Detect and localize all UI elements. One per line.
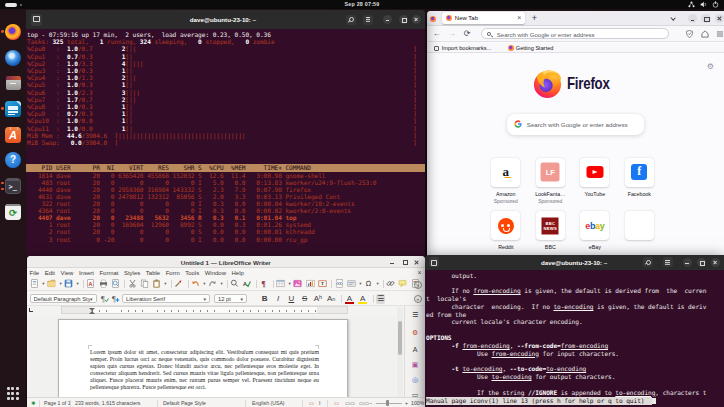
menu-file[interactable]: File [30, 270, 40, 276]
reload-icon[interactable]: ⟳ [464, 30, 471, 38]
minimize-button[interactable] [389, 259, 396, 266]
insert-table-icon[interactable] [276, 279, 285, 288]
menu-table[interactable]: Table [146, 270, 160, 276]
firefox-view-icon[interactable] [430, 16, 436, 22]
terminal-bottom-body[interactable]: output. If no from-encoding is given, th… [425, 270, 724, 407]
save-icon[interactable] [64, 279, 73, 288]
menu-form[interactable]: Form [166, 270, 180, 276]
special-character-icon-dropdown[interactable]: ▾ [376, 279, 380, 288]
zoom-level[interactable]: 100% [411, 400, 424, 406]
tile-ebay[interactable]: ebay [580, 211, 609, 240]
menu-tools[interactable]: Tools [185, 270, 199, 276]
view-book-icon[interactable]: ▭▭ [359, 400, 369, 406]
forward-icon[interactable]: → [448, 30, 456, 38]
clock[interactable]: Sep 28 07:59 [0, 1, 724, 7]
dock-item-firefox[interactable] [0, 23, 26, 40]
terminal-bottom-titlebar[interactable]: dave@ubuntu-23-10: ~ [425, 255, 724, 271]
tab-new-tab[interactable]: New Tab × [442, 12, 525, 24]
sidebar-navigator-icon[interactable]: ◎ [411, 375, 420, 384]
dock-writer-icon[interactable] [5, 101, 21, 117]
terminal-top-body[interactable]: top - 07:59:16 up 17 min, 2 users, load … [21, 29, 425, 258]
save-icon-dropdown[interactable]: ▾ [77, 279, 81, 288]
formatting-marks-icon[interactable]: ¶ [259, 279, 268, 288]
save-status-icon[interactable]: ✱ [31, 400, 35, 406]
redo-icon[interactable] [208, 279, 217, 288]
insert-image-icon[interactable] [293, 279, 302, 288]
dock-updater-icon[interactable]: ⟳ [5, 204, 21, 220]
tile-reddit[interactable] [491, 211, 520, 240]
maximize-button[interactable] [701, 14, 711, 24]
list-tabs-chevron-icon[interactable] [671, 16, 676, 21]
indent-marker-icon[interactable] [89, 308, 95, 311]
zoom-plus[interactable]: + [405, 400, 408, 406]
menu-insert[interactable]: Insert [79, 270, 94, 276]
dock-files-icon[interactable] [5, 75, 21, 91]
dock-item-files[interactable] [0, 75, 26, 92]
tile-youtube[interactable] [580, 158, 609, 187]
special-character-icon[interactable]: Ω [364, 279, 373, 288]
document-area[interactable]: Lorem ipsum dolor sit amet, consectetur … [27, 315, 396, 397]
getting-started-bookmark[interactable]: Getting Started [516, 45, 554, 51]
close-button[interactable] [715, 14, 724, 24]
dock-item-help[interactable]: ? [0, 152, 26, 169]
search-icon[interactable] [346, 15, 356, 25]
status-words[interactable]: 233 words, 1,615 characters [75, 400, 140, 406]
import-bookmarks-item[interactable]: Import bookmarks... [442, 45, 491, 51]
print-icon[interactable] [99, 279, 108, 288]
tab-close-icon[interactable]: × [517, 15, 521, 21]
paste-icon-dropdown[interactable]: ▾ [164, 279, 168, 288]
clone-formatting-icon[interactable] [174, 279, 183, 288]
update-style-icon[interactable]: ¶ [100, 294, 109, 303]
dock-help-icon[interactable]: ? [5, 152, 21, 168]
newtab-search-bar[interactable]: Search with Google or enter address [507, 114, 644, 135]
comment-icon[interactable] [398, 279, 407, 288]
close-button[interactable] [412, 15, 421, 24]
copy-icon[interactable] [140, 279, 149, 288]
underline-icon[interactable]: U [287, 294, 297, 304]
paragraph-style-combo[interactable]: Default Paragraph Sty ▼ [30, 294, 97, 304]
open-icon-dropdown[interactable]: ▾ [59, 279, 63, 288]
zoom-slider[interactable] [376, 403, 402, 404]
menu-format[interactable]: Format [99, 270, 118, 276]
back-icon[interactable]: ← [433, 30, 441, 38]
menu-view[interactable]: View [61, 270, 74, 276]
open-icon[interactable] [47, 279, 56, 288]
url-bar[interactable]: Search with Google or enter address [481, 28, 669, 39]
spelling-icon[interactable]: A [242, 279, 251, 288]
hamburger-menu-icon[interactable] [716, 30, 724, 38]
print-preview-icon[interactable] [111, 279, 120, 288]
tile-lf[interactable]: LF [536, 158, 565, 187]
menu-styles[interactable]: Styles [124, 270, 140, 276]
find-replace-icon[interactable] [230, 279, 239, 288]
show-apps-button[interactable] [7, 387, 20, 400]
menu-icon[interactable] [663, 257, 673, 267]
tile-amazon[interactable]: a [491, 158, 520, 187]
home-icon[interactable] [701, 30, 709, 38]
dock-item-appcenter[interactable]: A [0, 126, 26, 143]
font-color-icon[interactable]: A [345, 294, 355, 304]
maximize-button[interactable] [399, 15, 408, 24]
insert-field-icon[interactable] [347, 279, 356, 288]
terminal-top-titlebar[interactable]: dave@ubuntu-23-10: ~ [21, 10, 425, 29]
dock-appcenter-icon[interactable]: A [5, 127, 21, 143]
volume-icon[interactable] [700, 1, 707, 8]
new-doc-icon-dropdown[interactable]: ▾ [42, 279, 46, 288]
dock-item-thunderbird[interactable] [0, 49, 26, 66]
status-page[interactable]: Page 1 of 1 [44, 400, 71, 406]
toolbar-overflow-icon[interactable]: » [414, 281, 422, 289]
highlight-color-icon[interactable]: A [358, 294, 368, 304]
search-icon[interactable] [643, 257, 653, 267]
dock-item-terminal[interactable]: >_ [0, 178, 26, 195]
dock-firefox-icon[interactable] [5, 24, 21, 40]
maximize-button[interactable] [402, 259, 409, 266]
close-button[interactable] [711, 258, 720, 267]
undo-icon[interactable] [191, 279, 200, 288]
font-name-combo[interactable]: Liberation Serif ▼ [122, 294, 210, 304]
zoom-slider-thumb[interactable] [386, 400, 389, 406]
close-button[interactable] [414, 259, 421, 266]
menu-window[interactable]: Window [205, 270, 226, 276]
sidebar-gallery-icon[interactable]: ▣ [411, 360, 420, 369]
italic-icon[interactable]: I [273, 294, 283, 304]
horizontal-ruler[interactable] [61, 306, 348, 314]
status-language[interactable]: English (USA) [252, 400, 285, 406]
